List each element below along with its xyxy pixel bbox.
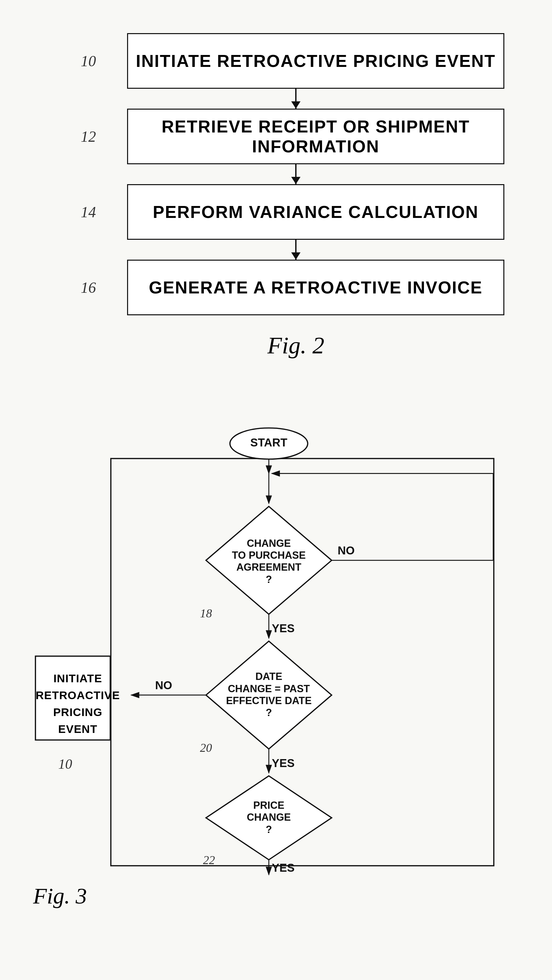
- svg-text:CHANGE: CHANGE: [247, 811, 291, 823]
- svg-rect-2: [111, 458, 494, 866]
- label-10: 10: [81, 52, 96, 70]
- step-10-box: INITIATE RETROACTIVE PRICING EVENT: [127, 33, 504, 89]
- svg-marker-19: [206, 641, 332, 749]
- step-14-box: PERFORM VARIANCE CALCULATION: [127, 184, 504, 240]
- arrow-10-12: [295, 89, 297, 109]
- fig3-section: START CHANGE TO PURCHASE AGREEMENT ? NO: [27, 386, 525, 902]
- svg-text:?: ?: [266, 574, 272, 585]
- step-12-row: 12 RETRIEVE RECEIPT OR SHIPMENT INFORMAT…: [81, 109, 511, 164]
- label-14: 14: [81, 204, 96, 221]
- initiate-box-label: INITIATERETROACTIVEPRICINGEVENT: [36, 670, 120, 738]
- svg-text:CHANGE: CHANGE: [247, 538, 291, 549]
- step-16-row: 16 GENERATE A RETROACTIVE INVOICE: [81, 260, 511, 315]
- arrow-12-14: [295, 164, 297, 184]
- svg-text:20: 20: [200, 741, 212, 754]
- step-12-box: RETRIEVE RECEIPT OR SHIPMENT INFORMATION: [127, 109, 504, 164]
- fig2-section: 10 INITIATE RETROACTIVE PRICING EVENT 12…: [27, 20, 525, 360]
- step-14-row: 14 PERFORM VARIANCE CALCULATION: [81, 184, 511, 240]
- label-12: 12: [81, 128, 96, 145]
- fig3-caption: Fig. 3: [33, 883, 87, 909]
- arrow-14-16: [295, 240, 297, 260]
- svg-marker-7: [206, 506, 332, 614]
- svg-text:?: ?: [266, 707, 272, 718]
- step-16-box: GENERATE A RETROACTIVE INVOICE: [127, 260, 504, 315]
- fig2-caption: Fig. 2: [66, 332, 525, 360]
- svg-marker-29: [206, 776, 332, 860]
- svg-text:CHANGE = PAST: CHANGE = PAST: [228, 683, 310, 695]
- svg-text:?: ?: [266, 824, 272, 835]
- svg-text:AGREEMENT: AGREEMENT: [236, 562, 301, 573]
- fig3-label-10: 10: [58, 756, 72, 772]
- svg-text:YES: YES: [272, 861, 295, 874]
- label-16: 16: [81, 279, 96, 296]
- svg-text:22: 22: [203, 853, 215, 867]
- svg-text:PRICE: PRICE: [253, 800, 284, 811]
- svg-text:START: START: [250, 436, 287, 449]
- fig2-flowchart: 10 INITIATE RETROACTIVE PRICING EVENT 12…: [66, 33, 525, 315]
- svg-point-3: [230, 428, 308, 459]
- fig3-inner: START CHANGE TO PURCHASE AGREEMENT ? NO: [27, 386, 525, 902]
- svg-text:18: 18: [200, 607, 212, 620]
- svg-text:DATE: DATE: [255, 671, 282, 682]
- svg-text:NO: NO: [338, 544, 355, 557]
- svg-text:NO: NO: [155, 679, 173, 692]
- svg-text:YES: YES: [272, 622, 295, 635]
- svg-text:YES: YES: [272, 757, 295, 769]
- step-10-row: 10 INITIATE RETROACTIVE PRICING EVENT: [81, 33, 511, 89]
- svg-text:EFFECTIVE DATE: EFFECTIVE DATE: [226, 695, 312, 706]
- fig3-svg: START CHANGE TO PURCHASE AGREEMENT ? NO: [27, 386, 525, 902]
- initiate-box-fig3: INITIATERETROACTIVEPRICINGEVENT: [36, 657, 119, 750]
- page: 10 INITIATE RETROACTIVE PRICING EVENT 12…: [0, 0, 552, 980]
- svg-text:TO PURCHASE: TO PURCHASE: [232, 549, 306, 561]
